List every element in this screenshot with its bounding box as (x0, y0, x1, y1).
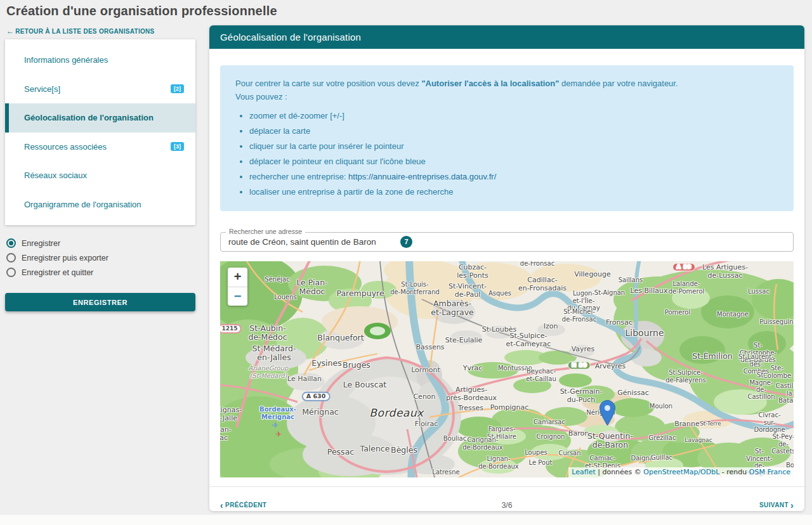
info-intro-bold: "Autoriser l'accès à la localisation" (421, 79, 559, 88)
radio-selected-icon[interactable] (6, 238, 16, 248)
info-subtitle: Vous pouvez : (235, 92, 778, 101)
previous-label: PRÉCÉDENT (225, 502, 266, 509)
info-intro: Pour centrer la carte sur votre position… (235, 77, 778, 90)
sidebar-item-label: Géolocalisation de l'organisation (24, 113, 187, 122)
radio-label: Enregistrer (22, 239, 60, 248)
attribution-text: - rendu (719, 468, 749, 476)
services-count-badge: [2] (171, 84, 184, 93)
leaflet-map[interactable]: SénéjacLe Pian- MédocLouensParempuyreSt-… (220, 261, 794, 477)
location-marker-pin[interactable] (599, 400, 615, 429)
geolocation-panel: Géolocalisation de l'organisation Pour c… (209, 25, 804, 511)
sidebar-item-label: Organigramme de l'organisation (24, 200, 187, 209)
save-button[interactable]: ENREGISTRER (5, 293, 195, 311)
save-options-group: Enregistrer Enregistrer puis exporter En… (6, 236, 195, 280)
map-attribution: Leaflet | données © OpenStreetMap/ODbL -… (568, 467, 794, 477)
info-bullet: localiser une entreprise à partir de la … (249, 187, 778, 198)
attribution-text: | données © (596, 468, 644, 476)
attribution-link[interactable]: OSM France (749, 468, 790, 476)
map-zoom-control: + − (228, 268, 247, 306)
radio-icon[interactable] (6, 253, 16, 262)
address-search-label: Rechercher une adresse (226, 228, 305, 235)
chevron-right-icon: › (790, 502, 794, 509)
previous-step-button[interactable]: ‹ PRÉCÉDENT (220, 502, 266, 509)
address-search-input[interactable] (220, 232, 794, 252)
info-intro-text: Pour centrer la carte sur votre position… (235, 79, 421, 88)
sidebar-item-informations-generales[interactable]: Informations générales (5, 46, 195, 75)
page-bottom-strip (0, 515, 812, 525)
back-link-label: RETOUR À LA LISTE DES ORGANISATIONS (15, 28, 154, 35)
next-label: SUIVANT (759, 502, 789, 509)
info-bullet: déplacer le pointeur en cliquant sur l'i… (249, 157, 778, 167)
radio-label: Enregistrer et quitter (22, 268, 93, 277)
radio-icon[interactable] (6, 268, 16, 277)
info-bullet: rechercher une entreprise: https://annua… (249, 172, 778, 183)
sidebar-item-label: Ressources associées (24, 142, 171, 152)
info-bullet: cliquer sur la carte pour insérer le poi… (249, 141, 778, 152)
info-bullet: zoomer et dé-zoomer [+/-] (249, 111, 778, 122)
zoom-out-button[interactable]: − (228, 287, 247, 306)
next-step-button[interactable]: SUIVANT › (759, 502, 794, 509)
address-search-row: Rechercher une adresse 7 (220, 232, 794, 252)
info-intro-text: demandée par votre navigateur. (559, 79, 678, 88)
chevron-left-icon: ‹ (220, 502, 223, 509)
back-arrow-icon: ← (6, 27, 14, 36)
attribution-link[interactable]: Leaflet (572, 468, 595, 476)
radio-enregistrer-et-quitter[interactable]: Enregistrer et quitter (6, 265, 195, 280)
sidebar-item-services[interactable]: Service[s] [2] (5, 75, 195, 104)
info-bullet: déplacer la carte (249, 126, 778, 137)
radio-enregistrer[interactable]: Enregistrer (6, 236, 195, 250)
panel-title: Géolocalisation de l'organisation (209, 25, 804, 49)
radio-label: Enregistrer puis exporter (22, 254, 108, 262)
annuaire-entreprises-link[interactable]: https://annuaire-entreprises.data.gouv.f… (348, 172, 496, 181)
sidebar-item-ressources-associees[interactable]: Ressources associées [3] (5, 133, 195, 162)
zoom-in-button[interactable]: + (228, 268, 247, 287)
radio-enregistrer-puis-exporter[interactable]: Enregistrer puis exporter (6, 250, 195, 265)
sidebar-item-reseaux-sociaux[interactable]: Réseaux sociaux (5, 161, 195, 190)
sidebar-item-label: Service[s] (24, 84, 171, 94)
sidebar-item-label: Réseaux sociaux (24, 171, 187, 180)
sidebar-item-organigramme[interactable]: Organigramme de l'organisation (5, 190, 195, 219)
step-indicator: 3/6 (502, 501, 513, 510)
wizard-step-nav: Informations générales Service[s] [2] Gé… (5, 39, 195, 225)
map-help-infobox: Pour centrer la carte sur votre position… (220, 65, 794, 211)
ressources-count-badge: [3] (171, 142, 184, 151)
map-tiles (220, 261, 794, 477)
info-bullet-list: zoomer et dé-zoomer [+/-]déplacer la car… (249, 111, 778, 197)
sidebar-item-geolocalisation[interactable]: Géolocalisation de l'organisation (5, 103, 195, 133)
sidebar-item-label: Informations générales (24, 55, 187, 65)
attribution-link[interactable]: /ODbL (698, 468, 719, 476)
attribution-link[interactable]: OpenStreetMap (643, 468, 698, 476)
page-title: Création d'une organisation professionne… (6, 4, 277, 18)
back-to-list-link[interactable]: ←RETOUR À LA LISTE DES ORGANISATIONS (6, 27, 155, 36)
